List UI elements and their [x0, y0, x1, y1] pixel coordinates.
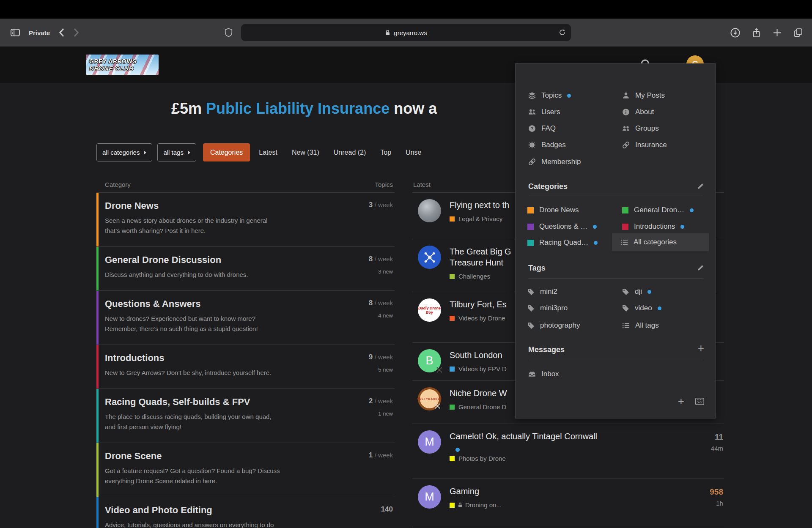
topic-title[interactable]: Gaming	[450, 486, 686, 497]
avatar-logo-text: RUSTYBARNET	[417, 397, 442, 400]
avatar[interactable]	[418, 199, 441, 222]
category-color-square	[450, 503, 455, 508]
avatar[interactable]	[418, 246, 441, 269]
inbox-icon	[528, 370, 536, 378]
reply-count[interactable]: 11	[711, 432, 723, 442]
edit-categories-pencil-icon[interactable]	[697, 183, 704, 190]
menu-category-drone-news[interactable]: Drone News	[527, 205, 579, 216]
category-color-bar	[96, 497, 99, 528]
tab-latest[interactable]: Latest	[252, 149, 285, 156]
activity-time: 44m	[711, 445, 723, 452]
latest-topic-row[interactable]: M Camelot! Ok, actually Tintagel Cornwal…	[412, 424, 724, 479]
banner-link[interactable]: Public Liability Insurance	[206, 100, 390, 117]
topic-title[interactable]: Camelot! Ok, actually Tintagel Cornwall	[450, 431, 686, 442]
menu-item-topics[interactable]: Topics	[528, 90, 571, 101]
tab-categories[interactable]: Categories	[203, 143, 250, 161]
notification-dot	[567, 94, 571, 98]
menu-item-membership[interactable]: Membership	[528, 156, 581, 167]
category-badge-label: Legal & Privacy	[458, 215, 502, 222]
notification-dot	[594, 241, 598, 245]
menu-item-my-posts[interactable]: My Posts	[622, 90, 665, 101]
menu-category-racing-quads[interactable]: Racing Quad…	[527, 237, 598, 248]
avatar[interactable]: RUSTYBARNET	[418, 387, 441, 410]
menu-all-tags[interactable]: All tags	[622, 320, 659, 331]
category-title[interactable]: Introductions	[105, 353, 344, 364]
menu-category-introductions[interactable]: Introductions	[622, 221, 684, 232]
menu-item-about[interactable]: About	[622, 107, 654, 118]
category-badge[interactable]: Droning on...	[450, 501, 686, 509]
tab-unseen[interactable]: Unse	[398, 149, 428, 156]
menu-all-categories[interactable]: All categories	[612, 233, 709, 251]
menu-tag-video[interactable]: video	[622, 303, 661, 314]
share-icon[interactable]	[752, 28, 761, 38]
category-row[interactable]: Video and Photo Editing Advice, tutorial…	[96, 497, 395, 528]
category-row[interactable]: Drone Scene Got a feature request? Got a…	[96, 443, 395, 497]
reload-icon[interactable]	[559, 29, 566, 36]
category-title[interactable]: General Drone Discussion	[105, 254, 344, 265]
menu-category-general[interactable]: General Dron…	[622, 205, 694, 216]
avatar-logo-text: Badly Drone Boy	[418, 306, 441, 315]
reply-count[interactable]: 958	[710, 487, 723, 497]
downloads-icon[interactable]	[730, 28, 740, 38]
privacy-shield-icon[interactable]	[225, 28, 233, 37]
category-title[interactable]: Questions & Answers	[105, 298, 344, 309]
notification-dot	[680, 225, 684, 229]
tab-top[interactable]: Top	[373, 149, 398, 156]
menu-item-faq[interactable]: ? FAQ	[528, 123, 556, 134]
menu-item-users[interactable]: Users	[528, 107, 560, 118]
menu-item-insurance[interactable]: Insurance	[622, 140, 667, 150]
topic-list-controls: all categories all tags Categories Lates…	[96, 143, 428, 162]
tag-icon	[622, 288, 629, 295]
edit-tags-pencil-icon[interactable]	[697, 264, 704, 271]
menu-tag-mini2[interactable]: mini2	[527, 286, 557, 297]
avatar[interactable]: Badly Drone Boy	[418, 298, 441, 322]
tag-filter-dropdown[interactable]: all tags	[157, 143, 196, 161]
forward-button[interactable]	[73, 27, 80, 38]
back-button[interactable]	[58, 27, 65, 38]
category-description: New to drones? Experienced but want to k…	[105, 314, 344, 334]
category-row[interactable]: Drone News Seen a news story about drone…	[96, 192, 395, 246]
category-row[interactable]: Racing Quads, Self-builds & FPV The plac…	[96, 388, 395, 443]
latest-topic-row[interactable]: M Gaming Droning on... 958 1h	[412, 479, 724, 527]
menu-category-questions[interactable]: Questions & …	[527, 221, 597, 232]
logo-text-line2: DRONE CLUB	[89, 65, 159, 72]
menu-item-groups[interactable]: Groups	[622, 123, 659, 134]
tab-unread[interactable]: Unread (2)	[326, 149, 373, 156]
info-circle-icon	[622, 108, 630, 116]
category-title[interactable]: Video and Photo Editing	[105, 505, 344, 516]
category-title[interactable]: Drone News	[105, 200, 344, 211]
new-tab-icon[interactable]	[773, 28, 782, 37]
category-title[interactable]: Racing Quads, Self-builds & FPV	[105, 397, 344, 408]
avatar[interactable]: B	[418, 349, 441, 372]
keyboard-shortcuts-icon[interactable]	[695, 398, 704, 405]
avatar[interactable]: M	[418, 430, 441, 454]
menu-tag-dji[interactable]: dji	[622, 286, 651, 297]
category-color-square	[527, 240, 534, 246]
category-row[interactable]: Introductions New to Grey Arrows? Don’t …	[96, 345, 395, 388]
category-row[interactable]: Questions & Answers New to drones? Exper…	[96, 290, 395, 345]
category-color-bar	[96, 345, 99, 388]
new-topic-plus-icon[interactable]: +	[678, 397, 684, 405]
category-title[interactable]: Drone Scene	[105, 451, 344, 462]
menu-item-inbox[interactable]: Inbox	[528, 369, 559, 380]
category-color-square	[527, 207, 534, 213]
menu-tag-mini3pro[interactable]: mini3pro	[527, 303, 568, 314]
hamburger-menu-panel: Topics Users ? FAQ Badges Membership My …	[515, 63, 716, 419]
category-badge[interactable]: Photos by Drone	[450, 455, 686, 462]
category-badge-label: Photos by Drone	[458, 455, 506, 462]
menu-tag-photography[interactable]: photography	[527, 320, 580, 331]
svg-text:?: ?	[531, 126, 534, 131]
tab-new[interactable]: New (31)	[285, 149, 326, 156]
tab-overview-icon[interactable]	[793, 28, 803, 37]
caret-right-icon	[144, 150, 146, 155]
category-filter-dropdown[interactable]: all categories	[96, 143, 152, 161]
category-stats: 9 / week 5 new	[369, 353, 393, 373]
address-bar[interactable]: greyarro.ws	[241, 24, 571, 41]
menu-item-badges[interactable]: Badges	[528, 140, 566, 150]
new-message-plus-icon[interactable]: +	[698, 344, 704, 352]
avatar[interactable]: M	[418, 485, 441, 509]
browser-toolbar: Private greyarro.ws	[0, 19, 812, 47]
sidebar-icon[interactable]	[10, 28, 20, 37]
category-row[interactable]: General Drone Discussion Discuss anythin…	[96, 246, 395, 290]
site-logo[interactable]: GREY ARROWS DRONE CLUB	[86, 55, 159, 75]
